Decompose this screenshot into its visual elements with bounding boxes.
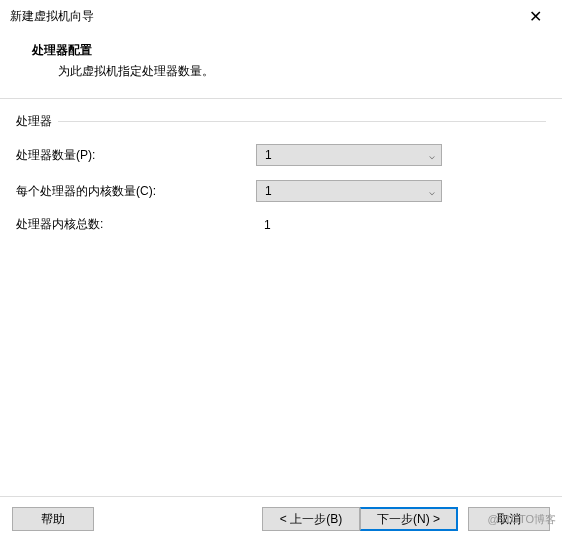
page-subtitle: 为此虚拟机指定处理器数量。 [58,63,552,80]
total-cores-label: 处理器内核总数: [16,216,256,233]
group-label: 处理器 [16,113,58,130]
help-button[interactable]: 帮助 [12,507,94,531]
wizard-header: 处理器配置 为此虚拟机指定处理器数量。 [0,30,562,98]
cores-per-processor-select[interactable]: 1 ⌵ [256,180,442,202]
footer-bar: 帮助 < 上一步(B) 下一步(N) > 取消 [0,496,562,541]
chevron-down-icon: ⌵ [429,186,435,197]
next-button[interactable]: 下一步(N) > [360,507,458,531]
cores-per-processor-value: 1 [265,184,272,198]
group-header: 处理器 [16,113,546,130]
cancel-button[interactable]: 取消 [468,507,550,531]
chevron-down-icon: ⌵ [429,150,435,161]
processor-count-select[interactable]: 1 ⌵ [256,144,442,166]
close-icon[interactable]: ✕ [521,5,550,28]
page-title: 处理器配置 [32,42,552,59]
cores-per-processor-row: 每个处理器的内核数量(C): 1 ⌵ [16,180,546,202]
cores-per-processor-label: 每个处理器的内核数量(C): [16,183,256,200]
title-bar: 新建虚拟机向导 ✕ [0,0,562,30]
total-cores-row: 处理器内核总数: 1 [16,216,546,233]
processor-count-label: 处理器数量(P): [16,147,256,164]
total-cores-value: 1 [256,218,271,232]
processor-count-row: 处理器数量(P): 1 ⌵ [16,144,546,166]
content-area: 处理器 处理器数量(P): 1 ⌵ 每个处理器的内核数量(C): 1 ⌵ 处理器… [0,99,562,261]
back-button[interactable]: < 上一步(B) [262,507,360,531]
group-divider [58,121,546,122]
processor-count-value: 1 [265,148,272,162]
window-title: 新建虚拟机向导 [10,8,94,25]
